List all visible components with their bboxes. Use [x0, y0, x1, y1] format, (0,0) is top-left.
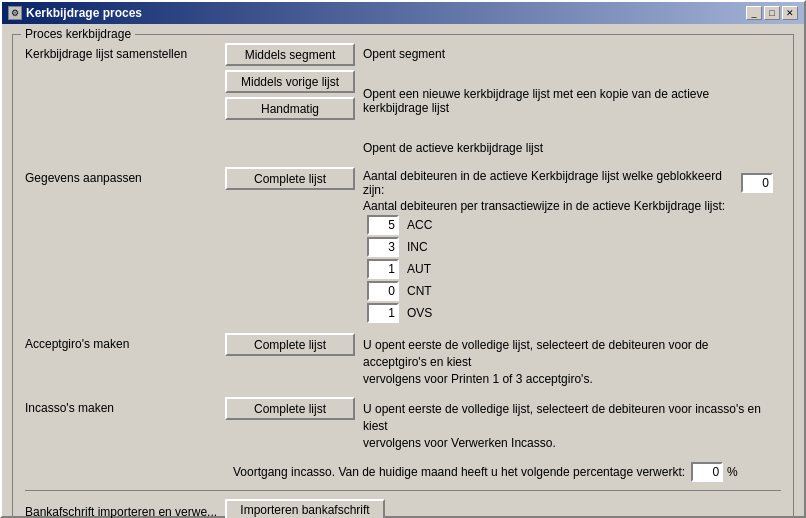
- group-box: Proces kerkbijdrage Kerkbijdrage lijst s…: [12, 34, 794, 518]
- aut-label: AUT: [407, 262, 431, 276]
- group-label: Proces kerkbijdrage: [21, 27, 135, 41]
- maximize-button[interactable]: □: [764, 6, 780, 20]
- voortgang-label: Voortgang incasso. Van de huidige maand …: [233, 465, 685, 479]
- acceptgiro-row: Acceptgiro's maken Complete lijst U open…: [25, 333, 781, 391]
- ovs-input[interactable]: [367, 303, 399, 323]
- ovs-label: OVS: [407, 306, 432, 320]
- btn1-desc: Opent segment: [363, 47, 773, 61]
- title-bar: ⚙ Kerkbijdrage proces _ □ ✕: [2, 2, 804, 24]
- kerkbijdrage-buttons: Middels segment Middels vorige lijst Han…: [225, 43, 355, 120]
- aut-input[interactable]: [367, 259, 399, 279]
- close-button[interactable]: ✕: [782, 6, 798, 20]
- cnt-label: CNT: [407, 284, 432, 298]
- acc-label: ACC: [407, 218, 432, 232]
- minimize-button[interactable]: _: [746, 6, 762, 20]
- gegevens-row: Gegevens aanpassen Complete lijst Aantal…: [25, 167, 781, 325]
- acc-input[interactable]: [367, 215, 399, 235]
- acceptgiro-desc: U opent eerste de volledige lijst, selec…: [355, 333, 781, 391]
- window-icon: ⚙: [8, 6, 22, 20]
- main-window: ⚙ Kerkbijdrage proces _ □ ✕ Proces kerkb…: [0, 0, 806, 518]
- btn3-desc: Opent de actieve kerkbijdrage lijst: [363, 141, 773, 155]
- btn2-desc: Opent een nieuwe kerkbijdrage lijst met …: [363, 87, 773, 115]
- inc-input[interactable]: [367, 237, 399, 257]
- handmatig-button[interactable]: Handmatig: [225, 97, 355, 120]
- title-buttons: _ □ ✕: [746, 6, 798, 20]
- complete-lijst-acceptgiro-button[interactable]: Complete lijst: [225, 333, 355, 356]
- middels-segment-button[interactable]: Middels segment: [225, 43, 355, 66]
- acc-row: ACC: [367, 215, 773, 235]
- middels-vorige-lijst-button[interactable]: Middels vorige lijst: [225, 70, 355, 93]
- kerkbijdrage-row: Kerkbijdrage lijst samenstellen Middels …: [25, 43, 781, 159]
- voortgang-suffix: %: [727, 465, 738, 479]
- complete-lijst-incasso-button[interactable]: Complete lijst: [225, 397, 355, 420]
- inc-row: INC: [367, 237, 773, 257]
- gegevens-label: Gegevens aanpassen: [25, 167, 225, 185]
- aut-row: AUT: [367, 259, 773, 279]
- ovs-row: OVS: [367, 303, 773, 323]
- bankafschrift-row: Bankafschrift importeren en verwe... Imp…: [25, 490, 781, 518]
- window-title: Kerkbijdrage proces: [26, 6, 142, 20]
- acceptgiro-label: Acceptgiro's maken: [25, 333, 225, 351]
- gegevens-line1-label: Aantal debiteuren in de actieve Kerkbijd…: [363, 169, 737, 197]
- kerkbijdrage-label: Kerkbijdrage lijst samenstellen: [25, 43, 225, 61]
- voortgang-row: Voortgang incasso. Van de huidige maand …: [25, 462, 781, 482]
- incasso-row: Incasso's maken Complete lijst U opent e…: [25, 397, 781, 455]
- geblokkeerd-input[interactable]: [741, 173, 773, 193]
- gegevens-line2-label: Aantal debiteuren per transactiewijze in…: [363, 199, 725, 213]
- importeren-bankafschrift-button[interactable]: Importeren bankafschrift: [225, 499, 385, 518]
- voortgang-input[interactable]: [691, 462, 723, 482]
- incasso-label: Incasso's maken: [25, 397, 225, 415]
- main-content: Proces kerkbijdrage Kerkbijdrage lijst s…: [2, 24, 804, 518]
- inc-label: INC: [407, 240, 428, 254]
- incasso-desc: U opent eerste de volledige lijst, selec…: [355, 397, 781, 455]
- bankafschrift-label: Bankafschrift importeren en verwe...: [25, 501, 225, 518]
- complete-lijst-gegevens-button[interactable]: Complete lijst: [225, 167, 355, 190]
- cnt-input[interactable]: [367, 281, 399, 301]
- cnt-row: CNT: [367, 281, 773, 301]
